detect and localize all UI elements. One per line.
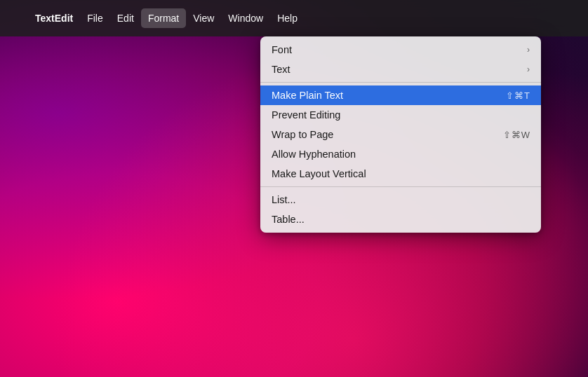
menu-item-table[interactable]: Table...	[260, 210, 541, 229]
wrap-to-page-shortcut: ⇧ ⌘ W	[503, 130, 530, 140]
menu-item-make-layout-vertical-label: Make Layout Vertical	[272, 168, 366, 179]
shortcut-cmd-icon: ⌘	[514, 90, 523, 101]
format-dropdown: Font › Text › Make Plain Text ⇧ ⌘ T Prev…	[260, 36, 541, 233]
window-menu-item[interactable]: Window	[221, 8, 270, 28]
menu-item-prevent-editing[interactable]: Prevent Editing	[260, 105, 541, 125]
menu-item-text[interactable]: Text ›	[260, 60, 541, 79]
file-menu-item[interactable]: File	[80, 8, 110, 28]
menu-item-table-label: Table...	[272, 214, 305, 225]
menu-item-wrap-to-page-label: Wrap to Page	[272, 129, 333, 140]
menu-item-text-label: Text	[272, 64, 290, 75]
shortcut-w-icon: W	[521, 130, 530, 140]
separator-2	[260, 186, 541, 187]
menu-item-font[interactable]: Font ›	[260, 40, 541, 60]
font-arrow-icon: ›	[527, 45, 530, 55]
menu-item-allow-hyphenation[interactable]: Allow Hyphenation	[260, 144, 541, 164]
menu-item-make-plain-text[interactable]: Make Plain Text ⇧ ⌘ T	[260, 85, 541, 105]
shortcut-shift-icon: ⇧	[506, 90, 514, 101]
format-menu-item[interactable]: Format	[141, 8, 186, 28]
shortcut-shift2-icon: ⇧	[503, 130, 511, 140]
apple-menu-item[interactable]	[10, 11, 24, 25]
edit-menu-item[interactable]: Edit	[110, 8, 141, 28]
menu-item-list-label: List...	[272, 194, 296, 205]
menu-item-font-label: Font	[272, 44, 292, 55]
menubar: TextEdit File Edit Format View Window He…	[0, 0, 588, 36]
make-plain-text-shortcut: ⇧ ⌘ T	[506, 90, 530, 101]
help-menu-item[interactable]: Help	[270, 8, 305, 28]
menu-item-list[interactable]: List...	[260, 190, 541, 210]
menu-item-make-plain-text-label: Make Plain Text	[272, 90, 343, 101]
menu-item-make-layout-vertical[interactable]: Make Layout Vertical	[260, 164, 541, 184]
shortcut-t-icon: T	[524, 90, 530, 101]
text-arrow-icon: ›	[527, 64, 530, 74]
shortcut-cmd2-icon: ⌘	[512, 130, 521, 140]
separator-1	[260, 82, 541, 83]
menu-item-allow-hyphenation-label: Allow Hyphenation	[272, 149, 356, 160]
view-menu-item[interactable]: View	[186, 8, 221, 28]
textedit-menu-item[interactable]: TextEdit	[28, 8, 80, 28]
dropdown-menu-panel: Font › Text › Make Plain Text ⇧ ⌘ T Prev…	[260, 36, 541, 233]
menu-item-wrap-to-page[interactable]: Wrap to Page ⇧ ⌘ W	[260, 125, 541, 144]
menu-item-prevent-editing-label: Prevent Editing	[272, 109, 340, 121]
